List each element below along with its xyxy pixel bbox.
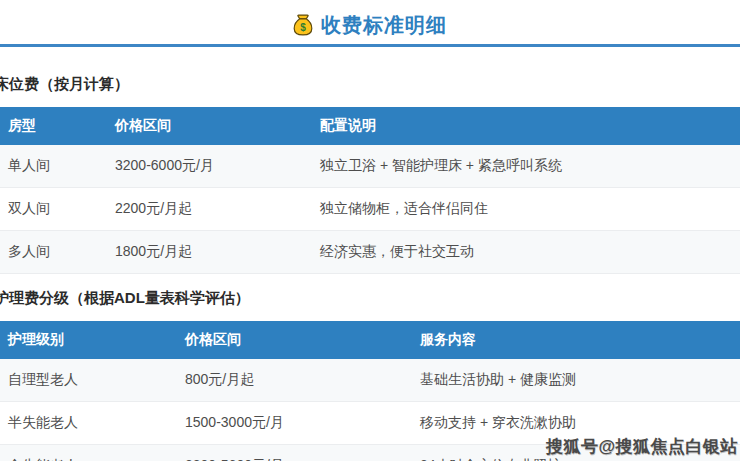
cell-config: 经济实惠，便于社交互动 xyxy=(312,231,740,274)
table-row-double-room: 双人间 2200元/月起 独立储物柜，适合伴侣同住 xyxy=(0,188,740,231)
bed-fee-section: 床位费（按月计算） 房型 价格区间 配置说明 单人间 3200-6000元/月 … xyxy=(0,75,740,274)
bed-fee-header-row: 房型 价格区间 配置说明 xyxy=(0,107,740,145)
fee-schedule-page: $ 收费标准明细 床位费（按月计算） 房型 价格区间 配置说明 单人间 3200… xyxy=(0,0,740,461)
cell-price-range: 2200元/月起 xyxy=(107,188,312,231)
page-title: 收费标准明细 xyxy=(321,12,447,39)
cell-config: 独立卫浴 + 智能护理床 + 紧急呼叫系统 xyxy=(312,145,740,188)
money-bag-icon: $ xyxy=(293,14,313,36)
table-row-self-care: 自理型老人 800元/月起 基础生活协助 + 健康监测 xyxy=(0,359,740,402)
column-header-price-range: 价格区间 xyxy=(107,107,312,145)
column-header-config: 配置说明 xyxy=(312,107,740,145)
column-header-price-range: 价格区间 xyxy=(177,321,412,359)
cell-care-level: 自理型老人 xyxy=(0,359,177,402)
cell-price-range: 1500-3000元/月 xyxy=(177,402,412,445)
cell-care-level: 半失能老人 xyxy=(0,402,177,445)
table-row-multi-room: 多人间 1800元/月起 经济实惠，便于社交互动 xyxy=(0,231,740,274)
cell-care-level: 全失能老人 xyxy=(0,445,177,461)
section-heading-care-fee: 护理费分级（根据ADL量表科学评估） xyxy=(0,289,740,308)
page-header: $ 收费标准明细 xyxy=(0,0,740,44)
column-header-care-level: 护理级别 xyxy=(0,321,177,359)
cell-config: 独立储物柜，适合伴侣同住 xyxy=(312,188,740,231)
cell-price-range: 1800元/月起 xyxy=(107,231,312,274)
cell-price-range: 800元/月起 xyxy=(177,359,412,402)
section-heading-bed-fee: 床位费（按月计算） xyxy=(0,75,740,94)
column-header-service: 服务内容 xyxy=(412,321,740,359)
cell-price-range: 3200-6000元/月 xyxy=(107,145,312,188)
table-row-single-room: 单人间 3200-6000元/月 独立卫浴 + 智能护理床 + 紧急呼叫系统 xyxy=(0,145,740,188)
cell-service: 基础生活协助 + 健康监测 xyxy=(412,359,740,402)
care-fee-header-row: 护理级别 价格区间 服务内容 xyxy=(0,321,740,359)
svg-text:$: $ xyxy=(300,22,306,33)
bed-fee-table: 房型 价格区间 配置说明 单人间 3200-6000元/月 独立卫浴 + 智能护… xyxy=(0,107,740,274)
watermark: 搜狐号@搜狐焦点白银站 xyxy=(546,435,738,458)
cell-price-range: 2800-5600元/月 xyxy=(177,445,412,461)
cell-room-type: 多人间 xyxy=(0,231,107,274)
cell-room-type: 单人间 xyxy=(0,145,107,188)
title-divider xyxy=(0,44,740,47)
cell-room-type: 双人间 xyxy=(0,188,107,231)
column-header-room-type: 房型 xyxy=(0,107,107,145)
